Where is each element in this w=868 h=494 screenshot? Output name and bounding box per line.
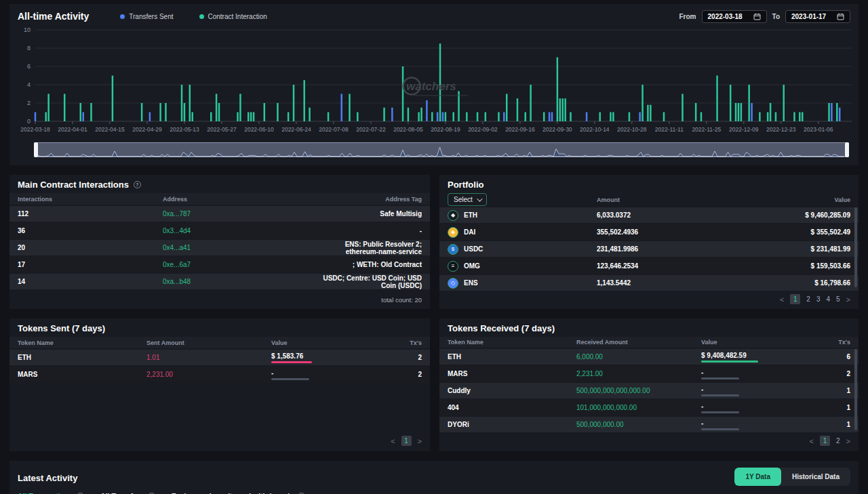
activity-bar[interactable] <box>530 85 532 121</box>
page-number-1[interactable]: 1 <box>401 436 412 446</box>
activity-bar[interactable] <box>466 112 468 122</box>
activity-bar[interactable] <box>64 94 66 122</box>
page-next-button[interactable]: > <box>846 437 850 445</box>
address-link[interactable]: 0x4...a41 <box>163 244 312 251</box>
activity-bar[interactable] <box>303 80 305 121</box>
activity-bar[interactable] <box>647 105 649 121</box>
page-number-3[interactable]: 3 <box>816 295 821 303</box>
activity-bar[interactable] <box>159 103 161 121</box>
activity-bar[interactable] <box>730 85 732 121</box>
table-row[interactable]: ≡OMG123,646.2534$ 159,503.66 <box>439 258 859 274</box>
activity-bar[interactable] <box>309 108 311 121</box>
table-row[interactable]: 404101,000,000,000.00-1 <box>439 400 859 415</box>
activity-bar[interactable] <box>612 112 614 122</box>
activity-bar[interactable] <box>442 112 444 122</box>
activity-bar[interactable] <box>610 112 612 122</box>
activity-bar[interactable] <box>391 108 393 121</box>
table-row[interactable]: ◆ETH6,033.0372$ 9,460,285.09 <box>439 207 859 223</box>
brush-handle-left[interactable] <box>34 142 38 157</box>
activity-bar[interactable] <box>165 103 167 121</box>
activity-bar[interactable] <box>663 112 665 122</box>
table-row[interactable]: 360x3...4d4- <box>9 223 430 239</box>
activity-bar[interactable] <box>250 112 252 122</box>
activity-bar[interactable] <box>503 112 505 122</box>
activity-bar[interactable] <box>741 103 743 121</box>
page-next-button[interactable]: > <box>418 437 422 445</box>
activity-bar[interactable] <box>642 85 644 121</box>
activity-chart[interactable]: 02468102022-03-182022-04-012022-04-15202… <box>9 24 859 137</box>
activity-bar[interactable] <box>557 58 559 122</box>
activity-bar[interactable] <box>695 103 697 121</box>
activity-bar[interactable] <box>599 112 601 122</box>
activity-bar[interactable] <box>445 112 447 122</box>
activity-bar[interactable] <box>524 112 526 122</box>
activity-bar[interactable] <box>328 112 330 122</box>
activity-bar[interactable] <box>551 112 553 122</box>
activity-bar[interactable] <box>701 112 703 122</box>
table-row[interactable]: 1120xa...787Safe Multisig <box>9 206 430 222</box>
activity-bar[interactable] <box>149 112 151 122</box>
activity-bar[interactable] <box>751 103 753 121</box>
activity-bar[interactable] <box>477 112 479 122</box>
activity-bar[interactable] <box>485 112 487 122</box>
activity-bar[interactable] <box>253 112 255 122</box>
activity-bar[interactable] <box>349 94 351 122</box>
activity-bar[interactable] <box>239 94 241 122</box>
page-number-2[interactable]: 2 <box>836 437 840 445</box>
address-link[interactable]: 0xe...6a7 <box>163 261 312 268</box>
activity-bar[interactable] <box>293 85 295 121</box>
activity-bar[interactable] <box>82 112 84 122</box>
page-number-5[interactable]: 5 <box>836 295 840 303</box>
activity-bar[interactable] <box>836 103 838 121</box>
activity-bar[interactable] <box>828 103 830 121</box>
table-row[interactable]: 200x4...a41ENS: Public Resolver 2; ether… <box>9 240 430 255</box>
activity-bar[interactable] <box>458 91 460 121</box>
scrollbar[interactable] <box>854 207 857 287</box>
activity-bar[interactable] <box>517 98 519 121</box>
scrollbar[interactable] <box>854 349 857 430</box>
page-number-4[interactable]: 4 <box>826 295 830 303</box>
page-number-1[interactable]: 1 <box>820 436 830 446</box>
activity-bar[interactable] <box>90 103 92 121</box>
activity-bar[interactable] <box>216 94 218 122</box>
timeline-brush[interactable] <box>34 142 849 157</box>
table-row[interactable]: ◈DAI355,502.4936$ 355,502.49 <box>439 224 859 240</box>
activity-bar[interactable] <box>340 94 342 122</box>
table-row[interactable]: DYORi500,000,000.00-1 <box>439 417 859 432</box>
activity-bar[interactable] <box>184 103 186 121</box>
activity-bar[interactable] <box>112 76 114 122</box>
activity-bar[interactable] <box>650 105 652 121</box>
from-date-input[interactable]: 2022-03-18 <box>702 10 767 23</box>
page-number-2[interactable]: 2 <box>806 295 810 303</box>
activity-bar[interactable] <box>570 112 572 122</box>
activity-bar[interactable] <box>237 112 239 122</box>
address-link[interactable]: 0x3...4d4 <box>163 227 312 234</box>
activity-bar[interactable] <box>402 66 404 121</box>
activity-bar[interactable] <box>452 112 454 122</box>
table-row[interactable]: ETH6,000.00$ 9,408,482.596 <box>439 349 859 365</box>
one-year-data-button[interactable]: 1Y Data <box>734 468 781 486</box>
help-icon[interactable]: ? <box>134 181 141 188</box>
activity-bar[interactable] <box>561 98 564 121</box>
table-row[interactable]: 170xe...6a7; WETH: Old Contract <box>9 257 430 272</box>
page-number-1[interactable]: 1 <box>790 294 800 304</box>
activity-bar[interactable] <box>802 112 804 122</box>
activity-bar[interactable] <box>418 112 420 122</box>
activity-bar[interactable] <box>770 103 772 121</box>
activity-bar[interactable] <box>498 112 500 122</box>
activity-bar[interactable] <box>426 100 428 121</box>
activity-bar[interactable] <box>543 112 545 122</box>
activity-bar[interactable] <box>431 112 433 122</box>
activity-bar[interactable] <box>559 98 561 121</box>
activity-bar[interactable] <box>35 112 37 122</box>
table-row[interactable]: ◇ENS1,143.5442$ 16,798.66 <box>439 275 859 291</box>
activity-bar[interactable] <box>759 112 761 122</box>
activity-bar[interactable] <box>506 94 508 122</box>
activity-bar[interactable] <box>735 103 737 121</box>
activity-bar[interactable] <box>748 85 750 121</box>
activity-bar[interactable] <box>839 108 841 121</box>
page-prev-button[interactable]: < <box>810 437 814 445</box>
activity-bar[interactable] <box>682 94 684 122</box>
table-row[interactable]: ETH1.01$ 1,583.762 <box>9 350 430 365</box>
page-next-button[interactable]: > <box>846 295 850 304</box>
